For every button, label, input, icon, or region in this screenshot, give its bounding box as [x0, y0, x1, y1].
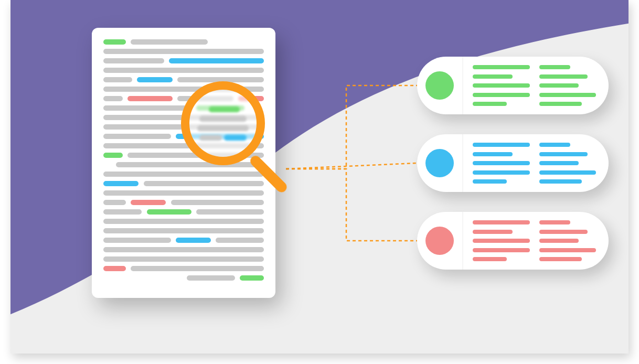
category-dot-pink: [425, 227, 454, 255]
card-content: [463, 57, 609, 114]
card-content: [463, 134, 609, 192]
category-dot-green: [425, 71, 454, 100]
diagram-canvas: [10, 0, 629, 354]
category-card-blue: [417, 134, 609, 192]
document-card: [92, 28, 275, 298]
card-content: [463, 212, 609, 270]
category-card-green: [417, 57, 609, 114]
category-card-pink: [417, 212, 609, 270]
category-dot-blue: [425, 149, 454, 177]
